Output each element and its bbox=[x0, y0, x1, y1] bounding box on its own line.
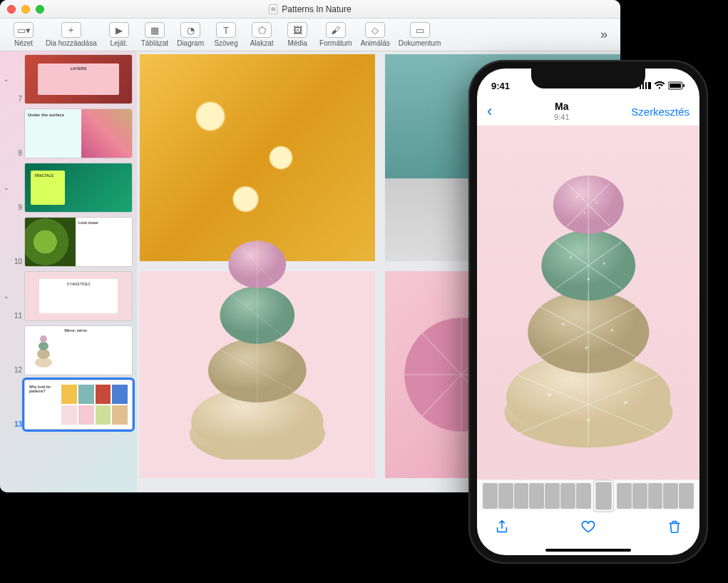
toolbar-document[interactable]: ▭ Dokumentum bbox=[394, 21, 445, 49]
share-button[interactable] bbox=[494, 519, 510, 538]
delete-button[interactable] bbox=[667, 519, 682, 538]
slide-thumb[interactable]: LAYERS bbox=[24, 54, 133, 104]
svg-point-40 bbox=[587, 419, 590, 422]
document-settings-icon: ▭ bbox=[410, 22, 430, 38]
iphone-device: 9:41 ‹ Ma 9:41 Szerkesztés bbox=[468, 60, 708, 564]
heart-icon bbox=[580, 519, 596, 534]
document-title-text: Patterns In Nature bbox=[282, 4, 351, 14]
filmstrip-thumb[interactable] bbox=[560, 483, 575, 509]
photos-nav-header: ‹ Ma 9:41 Szerkesztés bbox=[477, 97, 699, 126]
slide-thumb[interactable]: SYMMETRIES bbox=[24, 271, 133, 321]
toolbar-play[interactable]: ▶ Leját. bbox=[101, 21, 137, 49]
svg-point-36 bbox=[610, 329, 613, 332]
add-slide-icon: ＋ bbox=[61, 22, 81, 38]
zoom-window-button[interactable] bbox=[36, 5, 44, 14]
disclosure-icon[interactable]: ⌄ bbox=[3, 293, 10, 300]
urchin-mini-icon bbox=[33, 333, 54, 368]
edit-button[interactable]: Szerkesztés bbox=[631, 106, 689, 118]
svg-point-2 bbox=[39, 342, 48, 350]
disclosure-icon[interactable]: ⌄ bbox=[3, 76, 10, 83]
svg-point-1 bbox=[37, 349, 50, 359]
slide-number: 10 bbox=[12, 258, 22, 267]
slide-number: 12 bbox=[12, 366, 22, 375]
filmstrip-thumb[interactable] bbox=[545, 483, 560, 509]
filmstrip-thumb[interactable] bbox=[679, 483, 694, 509]
photo-filmstrip[interactable] bbox=[477, 480, 699, 511]
slide-row-10[interactable]: 10 Look closer bbox=[3, 217, 133, 267]
slide-title: Mirror, mirror bbox=[65, 328, 88, 372]
slide-thumb[interactable]: FRACTALS bbox=[24, 163, 133, 213]
toolbar-label: Leját. bbox=[110, 39, 127, 47]
svg-rect-23 bbox=[683, 84, 685, 87]
trash-icon bbox=[667, 519, 682, 534]
minimize-window-button[interactable] bbox=[21, 5, 30, 14]
play-icon: ▶ bbox=[109, 22, 129, 38]
canvas-image-urchin-stack[interactable] bbox=[140, 271, 375, 478]
toolbar-label: Szöveg bbox=[214, 39, 237, 47]
toolbar-label: Nézet bbox=[14, 39, 33, 47]
slide-row-12[interactable]: 12 Mirror, mirror bbox=[3, 325, 133, 375]
slide-thumb[interactable]: Under the surface bbox=[24, 108, 133, 158]
svg-point-34 bbox=[587, 278, 589, 280]
back-button[interactable]: ‹ bbox=[487, 102, 492, 121]
window-controls bbox=[7, 5, 44, 14]
slide-thumb[interactable]: Look closer bbox=[24, 217, 133, 267]
text-icon: T bbox=[216, 22, 236, 38]
toolbar-overflow[interactable]: » bbox=[593, 27, 615, 42]
slide-title: Why look for patterns? bbox=[29, 385, 51, 393]
filmstrip-thumb[interactable] bbox=[498, 483, 513, 509]
svg-point-39 bbox=[624, 401, 627, 404]
format-icon: 🖌 bbox=[326, 22, 346, 38]
filmstrip-thumb[interactable] bbox=[576, 483, 591, 509]
view-icon: ▭▾ bbox=[14, 22, 34, 38]
filmstrip-thumb[interactable] bbox=[632, 483, 647, 509]
slide-number: 9 bbox=[12, 203, 22, 213]
toolbar-add-slide[interactable]: ＋ Dia hozzáadása bbox=[41, 21, 101, 49]
window-titlebar: ▤ Patterns In Nature bbox=[0, 0, 620, 19]
filmstrip-thumb[interactable] bbox=[514, 483, 529, 509]
toolbar-label: Táblázat bbox=[141, 39, 168, 47]
slide-row-9[interactable]: ⌄ 9 FRACTALS bbox=[3, 163, 133, 213]
toolbar-shape[interactable]: ⬠ Alakzat bbox=[244, 21, 280, 49]
slide-row-8[interactable]: 8 Under the surface bbox=[3, 108, 133, 158]
toolbar-media[interactable]: 🖼 Média bbox=[280, 21, 315, 49]
slide-row-7[interactable]: ⌄ 7 LAYERS bbox=[3, 54, 133, 104]
photo-viewer[interactable] bbox=[477, 126, 699, 480]
slide-thumb-selected[interactable]: Why look for patterns? bbox=[24, 380, 133, 430]
photos-toolbar bbox=[477, 511, 699, 545]
filmstrip-thumb[interactable] bbox=[617, 483, 632, 509]
filmstrip-thumb[interactable] bbox=[483, 483, 498, 509]
favorite-button[interactable] bbox=[580, 519, 596, 538]
filmstrip-thumb-selected[interactable] bbox=[596, 482, 612, 510]
document-icon: ▤ bbox=[269, 4, 277, 14]
nav-title: Ma bbox=[554, 101, 569, 112]
toolbar-format[interactable]: 🖌 Formátum bbox=[315, 21, 357, 49]
slide-thumb[interactable]: Mirror, mirror bbox=[24, 325, 133, 375]
slide-number: 13 bbox=[12, 420, 22, 430]
nav-subtitle: 9:41 bbox=[554, 113, 569, 121]
toolbar-animate[interactable]: ◇ Animálás bbox=[357, 21, 394, 49]
toolbar-table[interactable]: ▦ Táblázat bbox=[137, 21, 173, 49]
toolbar-chart[interactable]: ◔ Diagram bbox=[173, 21, 208, 49]
slide-number: 11 bbox=[12, 312, 22, 321]
iphone-screen: 9:41 ‹ Ma 9:41 Szerkesztés bbox=[477, 69, 699, 555]
document-title: ▤ Patterns In Nature bbox=[269, 4, 351, 14]
svg-point-0 bbox=[35, 358, 52, 367]
slide-navigator[interactable]: ⌄ 7 LAYERS 8 Under the surface ⌄ 9 bbox=[0, 51, 137, 492]
svg-point-33 bbox=[603, 262, 605, 264]
status-time: 9:41 bbox=[491, 81, 510, 91]
toolbar-view[interactable]: ▭▾ Nézet bbox=[6, 21, 41, 49]
close-window-button[interactable] bbox=[7, 5, 16, 14]
home-indicator[interactable] bbox=[477, 545, 699, 555]
toolbar-label: Diagram bbox=[177, 39, 204, 47]
svg-point-37 bbox=[585, 346, 588, 349]
filmstrip-thumb[interactable] bbox=[648, 483, 663, 509]
toolbar-text[interactable]: T Szöveg bbox=[208, 21, 244, 49]
svg-point-3 bbox=[40, 335, 47, 343]
toolbar-label: Dia hozzáadása bbox=[46, 39, 97, 47]
disclosure-icon[interactable]: ⌄ bbox=[3, 184, 10, 191]
slide-row-13[interactable]: 13 Why look for patterns? bbox=[3, 380, 133, 430]
filmstrip-thumb[interactable] bbox=[529, 483, 544, 509]
slide-row-11[interactable]: ⌄ 11 SYMMETRIES bbox=[3, 271, 133, 321]
filmstrip-thumb[interactable] bbox=[663, 483, 678, 509]
